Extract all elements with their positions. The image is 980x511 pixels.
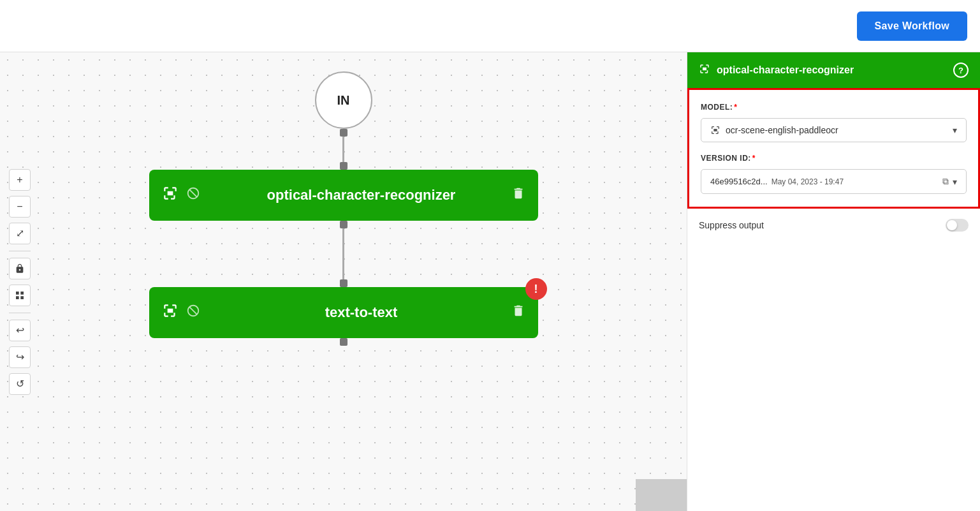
connector-ocr-ttt — [340, 221, 347, 287]
model-select-inner: ocr-scene-english-paddleocr — [710, 125, 953, 135]
ttt-node-label: text-to-text — [212, 304, 511, 321]
ocr-node-label: optical-character-recognizer — [212, 187, 511, 204]
right-panel: optical-character-recognizer ? MODEL:* o… — [687, 52, 980, 511]
fit-button[interactable]: ⤢ — [9, 223, 31, 244]
ocr-delete-button[interactable] — [511, 186, 525, 204]
suppress-output-label: Suppress output — [699, 220, 764, 230]
panel-header: optical-character-recognizer ? — [687, 52, 980, 88]
panel-chip-icon — [699, 63, 710, 78]
ttt-disable-icon[interactable] — [186, 304, 200, 322]
ocr-node[interactable]: optical-character-recognizer — [149, 170, 538, 221]
ttt-node[interactable]: text-to-text ! — [149, 287, 538, 338]
main-layout: + − ⤢ ↩ ↪ ↺ IN — [0, 52, 980, 511]
ttt-delete-button[interactable] — [511, 304, 525, 322]
model-select[interactable]: ocr-scene-english-paddleocr ▾ — [701, 118, 967, 142]
connector-dot-final — [340, 338, 347, 346]
in-node: IN — [315, 71, 372, 129]
save-workflow-button[interactable]: Save Workflow — [857, 11, 967, 41]
suppress-output-row: Suppress output — [687, 209, 980, 242]
version-chevron-icon: ▾ — [953, 177, 957, 187]
help-button[interactable]: ? — [953, 63, 969, 78]
in-node-label: IN — [337, 93, 350, 108]
version-id-date: May 04, 2023 - 19:47 — [772, 177, 942, 186]
connector-line-1 — [342, 137, 344, 162]
connector-in-ocr — [340, 129, 347, 170]
connector-dot-mid-bottom — [340, 279, 347, 287]
refresh-button[interactable]: ↺ — [9, 373, 31, 395]
zoom-in-button[interactable]: + — [9, 169, 31, 191]
ttt-chip-icon — [162, 302, 179, 323]
layout-button[interactable] — [9, 285, 31, 306]
connector-dot-top — [340, 129, 347, 137]
version-id-select[interactable]: 46e99516c2d... May 04, 2023 - 19:47 ⧉ ▾ — [701, 169, 967, 194]
model-label: MODEL:* — [701, 103, 967, 112]
suppress-output-toggle[interactable] — [946, 219, 969, 232]
undo-button[interactable]: ↩ — [9, 320, 31, 341]
connector-dot-bottom — [340, 162, 347, 170]
version-id-short: 46e99516c2d... — [710, 177, 768, 186]
version-required: * — [752, 154, 756, 163]
toolbar-divider-2 — [9, 313, 31, 313]
workflow-canvas[interactable]: + − ⤢ ↩ ↪ ↺ IN — [0, 52, 687, 511]
connector-dot-mid-top — [340, 221, 347, 228]
header: Save Workflow — [0, 0, 980, 52]
ocr-disable-icon[interactable] — [186, 186, 200, 204]
left-toolbar: + − ⤢ ↩ ↪ ↺ — [9, 169, 31, 395]
workflow-area: IN optical-character-recognizer — [121, 52, 567, 511]
copy-icon[interactable]: ⧉ — [942, 176, 949, 187]
connector-line-2 — [342, 228, 344, 279]
model-value: ocr-scene-english-paddleocr — [726, 125, 838, 135]
connector-bottom — [340, 338, 347, 346]
toolbar-divider — [9, 251, 31, 251]
mini-map — [636, 479, 687, 511]
ttt-error-badge: ! — [525, 278, 547, 300]
model-required: * — [734, 103, 737, 112]
ocr-chip-icon — [162, 185, 179, 206]
panel-title: optical-character-recognizer — [717, 64, 854, 76]
model-chevron-icon: ▾ — [953, 125, 957, 135]
panel-body: MODEL:* ocr-scene-english-paddleocr ▾ VE… — [687, 88, 980, 209]
redo-button[interactable]: ↪ — [9, 346, 31, 368]
lock-button[interactable] — [9, 258, 31, 279]
version-id-label: VERSION ID:* — [701, 154, 967, 163]
zoom-out-button[interactable]: − — [9, 196, 31, 218]
